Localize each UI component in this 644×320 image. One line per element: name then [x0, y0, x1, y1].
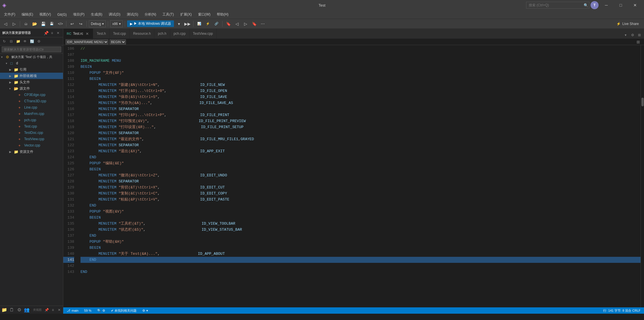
references-folder[interactable]: ▶ 📁 引用: [0, 66, 63, 73]
live-share-label: Live Share: [622, 22, 639, 26]
view-sol-btn[interactable]: 📁: [1, 307, 7, 313]
profile-avatar[interactable]: T: [591, 1, 599, 9]
trace-btn[interactable]: ⚡: [204, 20, 212, 28]
resources-folder[interactable]: ▶ 📁 资源文件: [0, 149, 63, 155]
tab-pchh[interactable]: pch.h: [154, 29, 170, 38]
file-pch[interactable]: ▶ + pch.cpp: [0, 117, 63, 123]
breadcrumb-right-select[interactable]: BEGIN: [110, 39, 126, 45]
search-icon[interactable]: 🔍: [584, 3, 588, 7]
collapse-btn[interactable]: ⊟: [8, 38, 14, 45]
redo-btn[interactable]: ↪: [77, 20, 85, 28]
diagnostic-icons[interactable]: 🔍 ⚙: [96, 309, 106, 313]
no-issues[interactable]: ✔ 未找到相关问题: [110, 309, 138, 313]
back-btn[interactable]: ◁: [2, 20, 9, 28]
save-btn[interactable]: 💾: [39, 20, 47, 28]
file-test[interactable]: ▶ + Test.cpp: [0, 123, 63, 130]
tab-testcpp[interactable]: Test.cpp: [110, 29, 130, 38]
sidebar-search-input[interactable]: [2, 47, 61, 52]
menu-edit[interactable]: 编辑(E): [19, 11, 36, 18]
file-testdoc[interactable]: ▶ + TestDoc.cpp: [0, 130, 63, 136]
menu-build[interactable]: 生成(B): [88, 11, 105, 18]
filter-btn[interactable]: ⚙: [36, 38, 42, 45]
undo-btn[interactable]: ↩: [68, 20, 76, 28]
vbar-close[interactable]: ✕: [57, 307, 62, 313]
folder-view-btn[interactable]: 📁: [15, 38, 21, 45]
menu-debug[interactable]: 调试(D): [106, 11, 123, 18]
position-label[interactable]: 行: 141 字节: 8 混合 CRLF: [602, 309, 642, 313]
git-branch[interactable]: ⎇ main: [66, 309, 80, 313]
task-runner[interactable]: ⚙ ▾: [141, 309, 149, 313]
view-class-btn[interactable]: 🗒: [9, 307, 15, 313]
pin-icon[interactable]: 📌: [43, 30, 49, 36]
menu-tools[interactable]: 工具(T): [160, 11, 177, 18]
forward-btn[interactable]: ▷: [10, 20, 18, 28]
sidebar-menu-icon[interactable]: ≡: [49, 30, 55, 36]
run-arrow[interactable]: ▾: [175, 20, 183, 28]
minimize-button[interactable]: ─: [600, 0, 613, 10]
global-search-input[interactable]: [526, 2, 589, 9]
tab-testviewcpp[interactable]: TestView.cpp: [189, 29, 217, 38]
tab-testh[interactable]: Test.h: [93, 29, 110, 38]
menu-git[interactable]: Git(G): [54, 11, 70, 18]
platform-dropdown[interactable]: x86 ▾: [110, 20, 122, 27]
open-btn[interactable]: 📂: [31, 20, 38, 28]
scrollbar-thumb[interactable]: [641, 98, 644, 106]
maximize-button[interactable]: □: [614, 0, 627, 10]
tab-split-btn[interactable]: ⊞: [636, 32, 643, 38]
run-button[interactable]: ▶ ▶ 本地 Windows 调试器: [127, 20, 174, 27]
breadcrumb-left-select[interactable]: IDR_MAINFRAME MENU: [66, 39, 108, 45]
bookmark-clear[interactable]: 🔖: [250, 20, 258, 28]
run-all-btn[interactable]: ▶▶: [184, 20, 191, 28]
code-text[interactable]: // IDR_MAINFRAME MENU BEGIN POPUP "文件(&F…: [78, 45, 641, 307]
view-prop-btn[interactable]: ⚙: [16, 307, 22, 313]
file-line[interactable]: ▶ + Line.cpp: [0, 104, 63, 111]
code-nav-btn[interactable]: </>: [57, 20, 64, 28]
file-cp3edge[interactable]: ▶ + CP3Edge.cpp: [0, 92, 63, 98]
solution-root[interactable]: ▾ ⚙ 解决方案 'Test' (1 个项目，共: [0, 54, 63, 60]
sync-btn[interactable]: ↻: [1, 38, 7, 45]
menu-window[interactable]: 窗口(W): [195, 11, 213, 18]
menu-file[interactable]: 文件(F): [1, 11, 18, 18]
editor-split-icon[interactable]: ⊞: [635, 38, 642, 45]
sources-folder[interactable]: ▾ 📂 源文件: [0, 85, 63, 92]
tab-testrc[interactable]: RC Test.rc ✕: [63, 29, 93, 38]
bookmark-next[interactable]: ▷: [242, 20, 249, 28]
tab-pchcpp[interactable]: pch.cpp: [170, 29, 189, 38]
project-node[interactable]: ▾ □ d: [0, 60, 63, 66]
menu-extensions[interactable]: 扩展(X): [177, 11, 195, 18]
save-all-btn[interactable]: 💾: [48, 20, 55, 28]
vertical-scrollbar[interactable]: [641, 45, 644, 307]
menu-help[interactable]: 帮助(H): [214, 11, 231, 18]
zoom-level[interactable]: 59 %: [83, 309, 93, 312]
sidebar-title: 解决方案资源管理器: [2, 31, 31, 35]
file-ctrans3d[interactable]: ▶ + CTrans3D.cpp: [0, 98, 63, 104]
menu-analyze[interactable]: 分析(N): [142, 11, 159, 18]
bookmark-btn[interactable]: 🔖: [225, 20, 232, 28]
vbar-menu[interactable]: ≡: [50, 307, 55, 313]
live-share-button[interactable]: ⚡ Live Share: [613, 21, 642, 27]
menu-test[interactable]: 测试(S): [124, 11, 141, 18]
vbar-pin[interactable]: 📌: [44, 307, 49, 313]
new-project-btn[interactable]: 🗂: [22, 20, 30, 28]
tab-settings-btn[interactable]: ⚙: [629, 32, 636, 38]
close-button[interactable]: ✕: [628, 0, 642, 10]
menu-view[interactable]: 视图(V): [37, 11, 54, 18]
sidebar-close-icon[interactable]: ✕: [55, 30, 61, 36]
menu-project[interactable]: 项目(P): [70, 11, 87, 18]
tab-resourceh[interactable]: Resource.h: [130, 29, 154, 38]
external-deps-folder[interactable]: ▶ 📁 外部依赖项: [0, 73, 63, 79]
bookmark-more[interactable]: ⋯: [259, 20, 267, 28]
refresh-btn[interactable]: 🔄: [29, 38, 35, 45]
file-testview[interactable]: ▶ + TestView.cpp: [0, 136, 63, 142]
tab-list-btn[interactable]: ▾: [622, 32, 629, 38]
tab-testrc-close[interactable]: ✕: [85, 31, 89, 36]
headers-folder[interactable]: ▶ 📁 头文件: [0, 79, 63, 85]
performance-btn[interactable]: 📊: [195, 20, 203, 28]
bookmark-prev[interactable]: ◁: [233, 20, 241, 28]
file-mainfrm[interactable]: ▶ + MainFrm.cpp: [0, 111, 63, 117]
show-all-btn[interactable]: 👁: [22, 38, 28, 45]
debug-config-dropdown[interactable]: Debug ▾: [89, 20, 106, 27]
view-team-btn[interactable]: 👥: [24, 307, 30, 313]
file-vector[interactable]: ▶ + Vector.cpp: [0, 142, 63, 149]
attach-btn[interactable]: 🔗: [213, 20, 220, 28]
